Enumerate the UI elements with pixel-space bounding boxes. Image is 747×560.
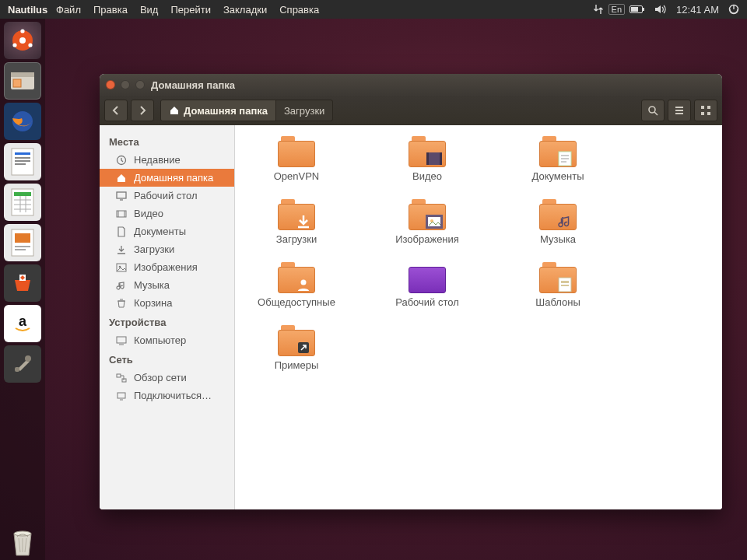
file-item[interactable]: Видео	[377, 136, 478, 182]
sidebar-item-label: Музыка	[134, 279, 170, 291]
file-label: Документы	[531, 170, 584, 182]
battery-indicator-icon[interactable]	[625, 5, 650, 14]
file-item[interactable]: Примеры	[246, 325, 347, 371]
menu-view[interactable]: Вид	[134, 4, 165, 16]
file-item[interactable]: Музыка	[507, 199, 608, 245]
sidebar-item-label: Корзина	[134, 297, 173, 309]
svg-point-5	[19, 37, 26, 44]
file-item[interactable]: OpenVPN	[246, 136, 347, 182]
svg-rect-73	[561, 285, 569, 286]
svg-rect-72	[561, 281, 569, 283]
file-item[interactable]: Общедоступные	[246, 262, 347, 308]
svg-point-8	[12, 43, 16, 47]
folder-icon	[278, 325, 315, 356]
svg-point-34	[649, 107, 655, 113]
nav-forward-button[interactable]	[131, 100, 154, 121]
window-close-button[interactable]	[106, 80, 115, 89]
sidebar-item-doc[interactable]: Документы	[100, 222, 234, 240]
sidebar-heading: Устройства	[100, 312, 234, 331]
launcher-firefox[interactable]	[4, 103, 41, 140]
svg-point-7	[28, 43, 32, 47]
window-maximize-button[interactable]	[135, 80, 145, 89]
home-icon	[169, 105, 180, 116]
keyboard-indicator[interactable]: En	[608, 4, 625, 15]
svg-line-35	[654, 112, 658, 115]
sidebar-item-clock[interactable]: Недавние	[100, 151, 234, 169]
file-item[interactable]: Документы	[507, 136, 608, 182]
path-segment-label: Загрузки	[284, 105, 324, 117]
file-label: Рабочий стол	[395, 296, 459, 308]
folder-icon	[539, 199, 577, 230]
file-item[interactable]: Рабочий стол	[377, 262, 478, 308]
svg-rect-27	[15, 246, 30, 247]
sidebar-item-label: Домашняя папка	[134, 172, 213, 184]
sidebar-item-desktop[interactable]: Рабочий стол	[100, 187, 234, 205]
video-icon	[115, 208, 128, 219]
window-titlebar[interactable]: Домашняя папка	[100, 74, 722, 96]
network-indicator-icon[interactable]	[588, 4, 608, 15]
launcher-calc[interactable]	[4, 184, 41, 221]
sidebar-item-label: Изображения	[134, 261, 198, 273]
app-name: Nautilus	[3, 4, 50, 16]
svg-rect-44	[117, 192, 126, 198]
connect-icon	[115, 390, 128, 401]
launcher-amazon[interactable]: a	[4, 305, 41, 342]
download-icon	[115, 244, 128, 255]
svg-rect-57	[117, 393, 125, 398]
menu-edit[interactable]: Правка	[87, 4, 134, 16]
launcher-trash[interactable]	[4, 523, 41, 560]
svg-rect-19	[14, 192, 31, 196]
svg-rect-28	[15, 249, 26, 250]
launcher: a	[0, 19, 45, 560]
sidebar-item-connect[interactable]: Подключиться…	[100, 387, 234, 404]
svg-rect-53	[117, 337, 126, 343]
launcher-software-center[interactable]	[4, 264, 41, 302]
sidebar-heading: Места	[100, 131, 234, 151]
sidebar: МестаНедавниеДомашняя папкаРабочий столВ…	[100, 125, 235, 509]
launcher-impress[interactable]	[4, 224, 41, 261]
file-label: Шаблоны	[535, 296, 580, 308]
svg-rect-17	[15, 163, 26, 165]
view-grid-button[interactable]	[694, 100, 717, 121]
menu-bookmarks[interactable]: Закладки	[217, 4, 273, 16]
launcher-writer[interactable]	[4, 143, 41, 180]
nav-back-button[interactable]	[104, 100, 128, 121]
svg-rect-31	[15, 367, 19, 372]
menu-go[interactable]: Перейти	[164, 4, 217, 16]
search-button[interactable]	[641, 100, 665, 121]
file-item[interactable]: Шаблоны	[507, 262, 608, 308]
sidebar-item-computer[interactable]: Компьютер	[100, 331, 234, 349]
sidebar-item-download[interactable]: Загрузки	[100, 240, 234, 258]
svg-rect-26	[15, 233, 30, 243]
sidebar-item-label: Загрузки	[134, 243, 174, 255]
path-segment-downloads[interactable]: Загрузки	[276, 100, 332, 121]
sidebar-item-label: Видео	[134, 208, 163, 219]
launcher-settings[interactable]	[4, 345, 41, 383]
clock[interactable]: 12:41 AM	[672, 4, 724, 16]
sidebar-item-home[interactable]: Домашняя папка	[100, 169, 234, 187]
path-segment-home[interactable]: Домашняя папка	[161, 100, 276, 121]
sidebar-heading: Сеть	[100, 349, 234, 369]
file-item[interactable]: Изображения	[377, 199, 478, 245]
svg-point-33	[14, 531, 31, 536]
window-minimize-button[interactable]	[121, 80, 130, 89]
pathbar: Домашняя папка Загрузки	[160, 100, 333, 121]
sidebar-item-video[interactable]: Видео	[100, 205, 234, 222]
launcher-dash[interactable]	[4, 22, 41, 59]
computer-icon	[115, 335, 128, 346]
svg-rect-1	[643, 8, 644, 11]
sidebar-item-music[interactable]: Музыка	[100, 276, 234, 294]
svg-text:a: a	[19, 313, 27, 329]
launcher-files[interactable]	[4, 62, 41, 100]
sidebar-item-image[interactable]: Изображения	[100, 258, 234, 276]
sidebar-item-trash[interactable]: Корзина	[100, 294, 234, 312]
menu-file[interactable]: Файл	[50, 4, 87, 16]
file-item[interactable]: Загрузки	[246, 199, 347, 245]
session-indicator-icon[interactable]	[724, 4, 744, 15]
view-list-button[interactable]	[668, 100, 691, 121]
sidebar-item-network[interactable]: Обзор сети	[100, 369, 234, 387]
folder-icon	[278, 199, 315, 230]
sound-indicator-icon[interactable]	[650, 4, 672, 15]
grid-icon	[700, 105, 711, 116]
menu-help[interactable]: Справка	[273, 4, 325, 16]
